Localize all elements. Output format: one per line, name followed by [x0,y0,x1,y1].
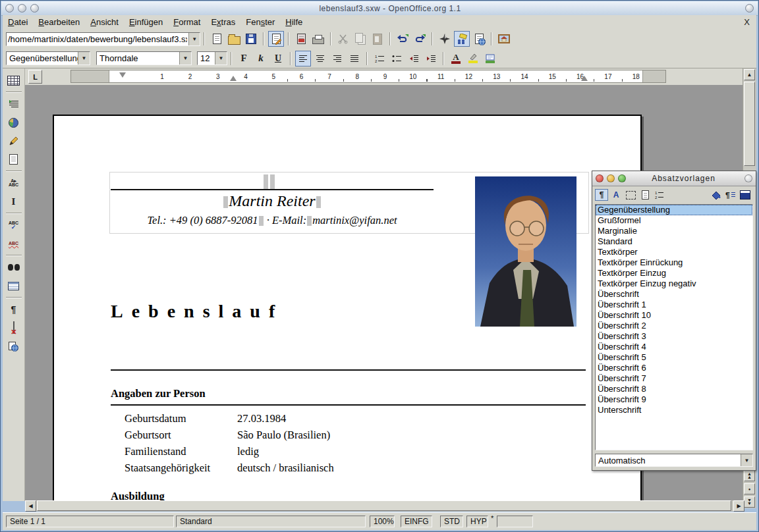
h-scrollbar-thumb[interactable] [37,500,731,511]
paragraph-styles-button[interactable]: ¶ [595,189,608,201]
portrait-photo[interactable] [475,176,576,327]
url-input[interactable] [7,34,188,44]
insert-mode-indicator[interactable]: EINFG [401,516,432,527]
menu-ansicht[interactable]: Ansicht [85,16,124,28]
style-item[interactable]: Überschrift 7 [596,373,752,384]
scroll-right-button[interactable]: ▶ [733,500,745,512]
highlighting-button[interactable] [465,51,481,66]
italic-button[interactable]: k [253,51,269,66]
navigator-button[interactable] [437,31,453,47]
style-item[interactable]: Überschrift 1 [596,300,752,310]
update-style-button[interactable] [739,189,752,201]
menu-format[interactable]: Format [168,16,206,28]
font-name-combo[interactable]: Thorndale ▼ [96,51,192,65]
window-shade-icon[interactable] [745,4,754,13]
decrease-indent-button[interactable] [406,51,422,66]
paragraph-background-button[interactable] [482,51,498,66]
data-sources-button[interactable] [6,278,22,294]
numbering-styles-button[interactable]: 12 [653,189,666,201]
document-close-icon[interactable]: X [737,17,756,27]
insert-table-button[interactable] [6,72,22,88]
style-item[interactable]: Standard [596,236,752,247]
menu-bearbeiten[interactable]: Bearbeiten [33,16,85,28]
justify-button[interactable] [347,51,362,66]
style-dropdown-icon[interactable]: ▼ [78,52,90,65]
style-item[interactable]: Überschrift 6 [596,363,752,373]
menu-datei[interactable]: Datei [3,16,33,28]
fill-format-mode-button[interactable] [710,189,723,201]
stylist-title-bar[interactable]: Absatzvorlagen [592,171,756,186]
align-right-button[interactable] [329,51,345,66]
insert-fields-button[interactable]: A▸ABC [6,175,22,191]
insert-object-button[interactable] [6,115,22,130]
hyperlink-mode-indicator[interactable]: HYP [466,516,488,527]
url-dropdown-icon[interactable]: ▼ [188,33,200,45]
style-list[interactable]: Gegenüberstellung Grußformel Marginalie … [595,204,753,450]
menu-extras[interactable]: Extras [206,16,240,28]
draw-functions-button[interactable] [6,133,22,149]
menu-hilfe[interactable]: Hilfe [280,16,308,28]
insert-frame-button[interactable] [6,151,22,167]
stylist-maximize-icon[interactable] [618,174,626,182]
save-document-button[interactable] [243,31,259,47]
align-left-button[interactable] [295,51,311,66]
stylist-shade-icon[interactable] [745,174,752,182]
url-combo[interactable]: ▼ [6,32,200,46]
previous-page-button[interactable]: ▲▲ [744,470,755,481]
menu-fenster[interactable]: Fenster [240,16,280,28]
export-pdf-button[interactable] [293,31,309,47]
page-style-indicator[interactable]: Standard [176,516,366,527]
numbered-list-button[interactable]: 12 [372,51,387,66]
undo-button[interactable] [395,31,410,47]
tab-type-selector[interactable]: L [28,70,42,84]
stylist-window[interactable]: Absatzvorlagen ¶ A 12 ¶ Gegenüberstellun… [592,171,756,471]
style-item[interactable]: Gegenüberstellung [596,205,752,215]
style-item[interactable]: Überschrift 9 [596,394,752,405]
window-close-icon[interactable] [5,4,14,13]
font-dropdown-icon[interactable]: ▼ [179,52,191,65]
print-button[interactable] [310,31,326,47]
style-item[interactable]: Textkörper [596,247,752,257]
style-item[interactable]: Überschrift 5 [596,352,752,363]
title-bar[interactable]: lebenslauf3.sxw - OpenOffice.org 1.1 [1,1,758,16]
window-minimize-icon[interactable] [18,4,26,13]
size-dropdown-icon[interactable]: ▼ [215,52,227,65]
navigation-button[interactable]: ● [744,483,755,494]
copy-button[interactable] [352,31,368,47]
style-item[interactable]: Textkörper Einrückung [596,257,752,268]
scroll-left-button[interactable]: ◀ [25,500,36,512]
first-line-indent-marker[interactable] [119,72,126,78]
style-item[interactable]: Überschrift [596,289,752,300]
paste-button[interactable] [370,31,385,47]
document-page[interactable]: Martin Reiter Tel.: +49 (0) 6887-92081 ·… [53,115,642,501]
stylist-close-icon[interactable] [596,174,604,182]
horizontal-scrollbar[interactable]: ◀ ▶ [25,500,745,512]
nonprinting-characters-button[interactable]: ¶ [6,302,22,317]
bullet-list-button[interactable] [389,51,405,66]
frame-styles-button[interactable] [624,189,637,201]
character-styles-button[interactable]: A [609,189,623,201]
cut-button[interactable] [335,31,351,47]
style-filter[interactable]: Automatisch ▼ [595,454,753,467]
style-item[interactable]: Überschrift 3 [596,331,752,342]
new-style-from-selection-button[interactable]: ¶ [724,189,737,201]
menu-einfuegen[interactable]: Einfügen [124,16,168,28]
style-filter-combo[interactable]: Automatisch ▼ [595,454,753,467]
window-maximize-icon[interactable] [30,4,39,13]
underline-button[interactable]: U [270,51,286,66]
gallery-button[interactable] [496,31,512,47]
style-item[interactable]: Textkörper Einzug negativ [596,279,752,289]
edit-file-button[interactable] [268,31,284,47]
style-item[interactable]: Textkörper Einzug [596,268,752,279]
page-indicator[interactable]: Seite 1 / 1 [6,516,174,527]
selection-mode-indicator[interactable]: STD [440,516,463,527]
v-scrollbar-thumb[interactable] [744,82,755,166]
font-size-combo[interactable]: 12 ▼ [197,51,227,65]
style-item[interactable]: Marginalie [596,226,752,236]
style-item[interactable]: Überschrift 4 [596,342,752,352]
next-page-button[interactable]: ▼▼ [744,496,755,508]
online-layout-button[interactable] [6,338,22,354]
new-document-button[interactable] [209,31,225,47]
style-item[interactable]: Überschrift 10 [596,310,752,321]
style-item[interactable]: Überschrift 8 [596,384,752,394]
